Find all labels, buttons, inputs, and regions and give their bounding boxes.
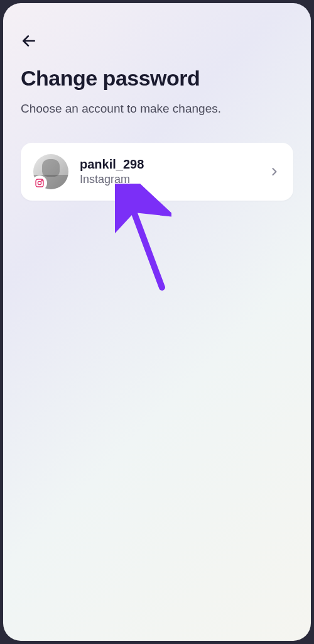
instagram-icon [35,178,45,188]
account-platform: Instagram [80,173,257,186]
svg-point-2 [38,181,41,184]
svg-line-5 [127,195,162,287]
app-screen: Change password Choose an account to mak… [3,3,311,641]
back-arrow-icon [21,33,37,49]
account-item[interactable]: pankil_298 Instagram [21,143,293,201]
account-username: pankil_298 [80,157,257,172]
avatar-container [33,154,68,189]
chevron-right-icon [268,165,281,178]
platform-badge [32,175,47,191]
svg-point-3 [41,180,42,180]
page-title: Change password [21,66,293,91]
account-info: pankil_298 Instagram [80,157,257,186]
page-subtitle: Choose an account to make changes. [21,101,293,118]
back-button[interactable] [21,28,46,53]
